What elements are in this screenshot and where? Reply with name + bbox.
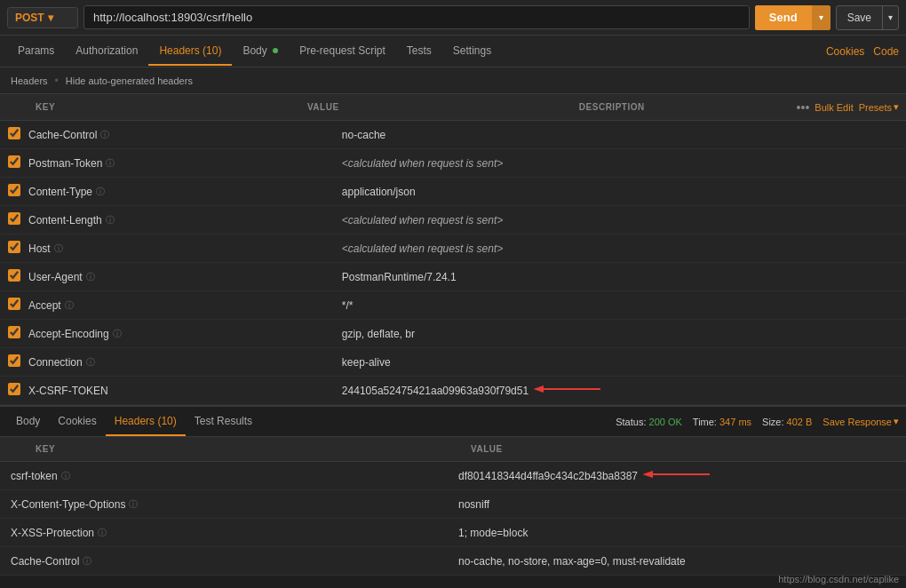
info-icon[interactable]: ⓘ bbox=[83, 555, 91, 568]
headers-subbar: Headers • Hide auto-generated headers bbox=[0, 68, 906, 94]
time-value: 347 ms bbox=[719, 417, 751, 427]
row-checkbox-cell bbox=[0, 298, 28, 313]
row-checkbox[interactable] bbox=[8, 354, 20, 367]
row-value-cell: <calculated when request is sent> bbox=[342, 242, 656, 255]
response-table-body: csrf-token ⓘ df801418344d4ffa9c434c2b43b… bbox=[0, 462, 906, 576]
row-checkbox-cell bbox=[0, 383, 28, 398]
tab-authorization[interactable]: Authorization bbox=[65, 37, 148, 66]
resp-tab-headers[interactable]: Headers (10) bbox=[106, 408, 186, 436]
row-value-cell: <calculated when request is sent> bbox=[342, 214, 656, 226]
resp-tab-cookies[interactable]: Cookies bbox=[49, 408, 105, 436]
size-label: Size: 402 B bbox=[762, 417, 812, 427]
save-dropdown-button[interactable]: ▾ bbox=[882, 6, 898, 29]
top-bar: POST ▾ Send ▾ Save ▾ bbox=[0, 0, 906, 36]
info-icon[interactable]: ⓘ bbox=[113, 328, 122, 340]
response-status: Status: 200 OK Time: 347 ms Size: 402 B … bbox=[616, 416, 899, 427]
info-icon[interactable]: ⓘ bbox=[61, 470, 70, 482]
info-icon[interactable]: ⓘ bbox=[65, 299, 74, 312]
tab-prerequest[interactable]: Pre-request Script bbox=[289, 37, 396, 66]
save-button-group: Save ▾ bbox=[836, 5, 899, 30]
resp-key-cell: X-XSS-Protection ⓘ bbox=[0, 527, 458, 539]
table-row: Cache-Control ⓘ no-cache bbox=[0, 121, 906, 149]
resp-value-cell: 1; mode=block bbox=[458, 527, 906, 539]
row-checkbox-cell bbox=[0, 212, 28, 227]
row-key-cell: Host ⓘ bbox=[28, 242, 342, 255]
info-icon[interactable]: ⓘ bbox=[106, 214, 115, 226]
row-key-cell: Content-Length ⓘ bbox=[28, 214, 342, 226]
row-checkbox-cell bbox=[0, 269, 28, 284]
method-dropdown-icon[interactable]: ▾ bbox=[48, 12, 53, 24]
header-actions: ••• Bulk Edit Presets ▾ bbox=[797, 100, 906, 115]
hide-auto-headers-link[interactable]: Hide auto-generated headers bbox=[66, 75, 193, 86]
info-icon[interactable]: ⓘ bbox=[98, 527, 107, 539]
row-checkbox[interactable] bbox=[8, 326, 20, 338]
url-input[interactable] bbox=[83, 5, 750, 29]
resp-value-cell: df801418344d4ffa9c434c2b43ba8387 bbox=[458, 465, 906, 486]
info-icon[interactable]: ⓘ bbox=[96, 186, 105, 198]
save-response-button[interactable]: Save Response ▾ bbox=[823, 416, 899, 427]
row-checkbox-cell bbox=[0, 354, 28, 369]
send-main-button[interactable]: Send bbox=[755, 5, 812, 30]
cookies-link[interactable]: Cookies bbox=[826, 45, 864, 58]
table-row: Host ⓘ <calculated when request is sent> bbox=[0, 234, 906, 263]
more-options-icon[interactable]: ••• bbox=[797, 100, 810, 115]
info-icon[interactable]: ⓘ bbox=[106, 157, 115, 170]
resp-value-cell: no-cache, no-store, max-age=0, must-reva… bbox=[458, 555, 906, 568]
row-value-cell: 244105a52475421aa09963a930f79d51 bbox=[342, 380, 656, 401]
tab-settings[interactable]: Settings bbox=[442, 37, 502, 66]
row-checkbox-cell bbox=[0, 184, 28, 199]
row-key-cell: Accept ⓘ bbox=[28, 299, 342, 312]
resp-value-cell: nosniff bbox=[458, 498, 906, 511]
row-value-cell: application/json bbox=[342, 186, 656, 198]
row-checkbox[interactable] bbox=[8, 127, 20, 139]
headers-subbar-title: Headers bbox=[11, 75, 48, 86]
resp-header-key-col: KEY bbox=[0, 444, 471, 454]
tab-headers[interactable]: Headers (10) bbox=[148, 37, 232, 66]
tab-body[interactable]: Body bbox=[232, 37, 289, 66]
row-key-cell: Content-Type ⓘ bbox=[28, 186, 342, 198]
row-checkbox[interactable] bbox=[8, 155, 20, 168]
save-main-button[interactable]: Save bbox=[837, 6, 882, 29]
size-value: 402 B bbox=[787, 417, 813, 427]
table-row: X-CSRF-TOKEN 244105a52475421aa09963a930f… bbox=[0, 377, 906, 405]
save-response-arrow-icon: ▾ bbox=[894, 416, 899, 427]
row-checkbox[interactable] bbox=[8, 269, 20, 282]
resp-table-row: X-Content-Type-Options ⓘ nosniff bbox=[0, 490, 906, 519]
row-key-cell: Cache-Control ⓘ bbox=[28, 129, 342, 141]
info-icon[interactable]: ⓘ bbox=[100, 129, 109, 141]
tab-params[interactable]: Params bbox=[7, 37, 65, 66]
resp-tab-testresults[interactable]: Test Results bbox=[186, 408, 261, 436]
send-button-group: Send ▾ bbox=[755, 5, 830, 30]
table-row: Content-Length ⓘ <calculated when reques… bbox=[0, 206, 906, 234]
resp-key-cell: Cache-Control ⓘ bbox=[0, 555, 458, 568]
body-dot bbox=[273, 48, 278, 53]
time-label: Time: 347 ms bbox=[693, 417, 751, 427]
row-value-cell: gzip, deflate, br bbox=[342, 328, 656, 340]
bulk-edit-button[interactable]: Bulk Edit bbox=[815, 102, 853, 113]
row-checkbox[interactable] bbox=[8, 383, 20, 395]
info-icon[interactable]: ⓘ bbox=[86, 271, 95, 283]
method-select[interactable]: POST ▾ bbox=[7, 7, 78, 28]
info-icon[interactable]: ⓘ bbox=[129, 498, 138, 511]
send-dropdown-button[interactable]: ▾ bbox=[812, 5, 830, 30]
resp-table-row: X-XSS-Protection ⓘ 1; mode=block bbox=[0, 519, 906, 547]
row-checkbox[interactable] bbox=[8, 241, 20, 253]
resp-tab-body[interactable]: Body bbox=[7, 408, 49, 436]
tab-tests[interactable]: Tests bbox=[396, 37, 442, 66]
header-key-col: KEY bbox=[28, 102, 307, 112]
table-row: Accept ⓘ */* bbox=[0, 291, 906, 320]
response-table-header: KEY VALUE bbox=[0, 437, 906, 462]
info-icon[interactable]: ⓘ bbox=[86, 356, 95, 369]
row-checkbox[interactable] bbox=[8, 212, 20, 225]
presets-button[interactable]: Presets ▾ bbox=[859, 101, 899, 113]
code-link[interactable]: Code bbox=[873, 45, 899, 58]
row-key-cell: Connection ⓘ bbox=[28, 356, 342, 369]
row-checkbox[interactable] bbox=[8, 184, 20, 196]
row-checkbox[interactable] bbox=[8, 298, 20, 310]
status-value: 200 OK bbox=[649, 417, 682, 427]
request-table-header: KEY VALUE DESCRIPTION ••• Bulk Edit Pres… bbox=[0, 94, 906, 121]
nav-right: Cookies Code bbox=[826, 45, 899, 58]
info-icon[interactable]: ⓘ bbox=[54, 242, 63, 255]
table-row: Postman-Token ⓘ <calculated when request… bbox=[0, 149, 906, 178]
row-key-cell: Postman-Token ⓘ bbox=[28, 157, 342, 170]
